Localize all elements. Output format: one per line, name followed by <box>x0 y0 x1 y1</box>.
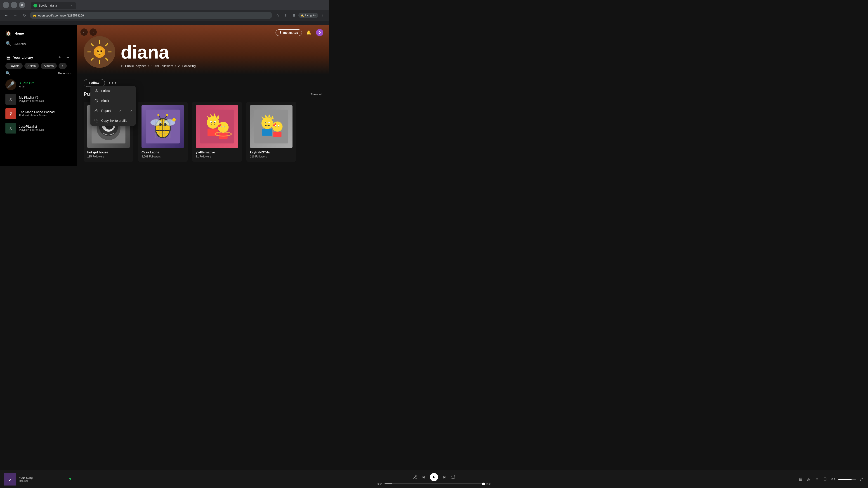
sidebar-nav: 🏠 Home 🔍 Search <box>0 25 77 52</box>
library-item-name: The Marie Forleo Podcast <box>19 110 71 114</box>
svg-point-88 <box>275 126 276 127</box>
install-app-button[interactable]: ⬇ Install App <box>276 29 302 36</box>
playlist-card[interactable]: Casa Latine 3,563 Followers <box>138 102 188 162</box>
library-item[interactable]: ♫ My Playlist #6 Playlist • Lauren Deli <box>3 92 74 106</box>
filter-pills: Playlists Artists Albums > <box>3 63 74 71</box>
address-bar[interactable]: 🔒 open.spotify.com/user/1235578269 <box>30 12 272 19</box>
profile-stats: 12 Public Playlists • 1,959 Followers • … <box>121 64 322 68</box>
library-item-info: Just-PLaylist Playlist • Lauren Deli <box>19 125 71 131</box>
filter-artists-pill[interactable]: Artists <box>24 63 39 69</box>
report-icon <box>94 108 98 113</box>
playlist-card[interactable]: kaytraNOTda 116 Followers <box>246 102 296 162</box>
svg-point-79 <box>265 123 266 123</box>
browser-chrome: ─ □ ✕ Spotify – diana ✕ + ← → ↻ 🔒 open.s… <box>0 0 329 25</box>
sidebar-item-home[interactable]: 🏠 Home <box>3 29 74 38</box>
sidebar-library: ▤ Your Library + → Playlists Artists Alb… <box>0 52 77 166</box>
browser-toolbar: ← → ↻ 🔒 open.spotify.com/user/1235578269… <box>0 10 329 21</box>
context-menu-copy-link[interactable]: Copy link to profile <box>90 116 135 126</box>
search-icon: 🔍 <box>5 41 11 46</box>
library-header: ▤ Your Library + → <box>3 52 74 63</box>
library-item[interactable]: ♫ Just-PLaylist Playlist • Lauren Deli <box>3 121 74 135</box>
stats-separator-1: • <box>148 64 149 68</box>
sidebar: 🏠 Home 🔍 Search ▤ Your Library + → P <box>0 25 77 166</box>
playlist-card[interactable]: y'allternative 11 Followers <box>192 102 242 162</box>
close-window-button[interactable]: ✕ <box>19 2 25 8</box>
stats-separator-2: • <box>175 64 176 68</box>
top-bar: ⬇ Install App 🔔 D <box>276 29 324 37</box>
context-menu: Follow Block <box>90 86 135 126</box>
maximize-button[interactable]: □ <box>11 2 17 8</box>
svg-point-82 <box>272 121 283 131</box>
playlist-thumbnail <box>142 105 184 148</box>
library-item-name: My Playlist #6 <box>19 96 71 99</box>
recents-sort[interactable]: Recents ≡ <box>58 72 71 75</box>
library-icon: ▤ <box>5 55 11 60</box>
following-stat: 20 Following <box>178 64 196 68</box>
show-all-button[interactable]: Show all <box>310 93 322 96</box>
library-item-info: My Playlist #6 Playlist • Lauren Deli <box>19 96 71 103</box>
library-item-name: ✦ Rita Ora <box>19 81 71 85</box>
user-menu-button[interactable]: D <box>315 29 324 37</box>
playlist-thumbnail <box>250 105 292 148</box>
follow-button[interactable]: Follow <box>84 79 105 87</box>
incognito-label: Incognito <box>305 14 316 17</box>
incognito-icon: 🕵 <box>301 14 304 17</box>
split-screen-button[interactable]: ⊞ <box>290 12 298 19</box>
download-button[interactable]: ⬇ <box>282 12 289 19</box>
tab-close-button[interactable]: ✕ <box>69 4 73 8</box>
library-add-button[interactable]: + <box>56 54 63 61</box>
recents-label: Recents <box>58 72 69 75</box>
playlist-icon: ♫ <box>9 96 13 102</box>
library-expand-button[interactable]: → <box>64 54 71 61</box>
sidebar-item-search[interactable]: 🔍 Search <box>3 39 74 48</box>
copy-link-icon <box>94 119 98 123</box>
followers-stat: 1,959 Followers <box>151 64 174 68</box>
library-title-area[interactable]: ▤ Your Library <box>5 55 54 60</box>
svg-point-89 <box>278 126 279 127</box>
context-menu-follow[interactable]: Follow <box>90 86 135 96</box>
filter-more-pill[interactable]: > <box>59 63 67 69</box>
svg-point-12 <box>98 51 99 52</box>
library-search-icon: 🔍 <box>5 71 10 76</box>
filter-albums-pill[interactable]: Albums <box>41 63 57 69</box>
svg-point-14 <box>95 52 97 54</box>
bookmark-button[interactable]: ☆ <box>274 12 281 19</box>
library-item-thumb: 🎙 <box>5 108 16 119</box>
svg-rect-21 <box>96 120 98 122</box>
header-forward-button[interactable]: → <box>90 29 97 36</box>
svg-point-64 <box>219 124 221 126</box>
notifications-button[interactable]: 🔔 <box>305 29 313 37</box>
back-button[interactable]: ← <box>3 12 10 19</box>
svg-line-18 <box>95 100 97 102</box>
library-item[interactable]: 🎤 ✦ Rita Ora Artist <box>3 77 74 92</box>
new-tab-button[interactable]: + <box>76 3 82 9</box>
home-label: Home <box>14 31 24 35</box>
header-nav-buttons: ← → <box>81 29 97 36</box>
toolbar-actions: ☆ ⬇ ⊞ 🕵 Incognito ⋮ <box>274 12 327 19</box>
context-report-label: Report <box>101 109 111 112</box>
context-menu-report[interactable]: Report ↗ <box>90 106 135 116</box>
active-tab[interactable]: Spotify – diana ✕ <box>31 2 76 9</box>
playlist-thumb-image <box>254 109 288 143</box>
search-label: Search <box>14 42 26 46</box>
context-block-label: Block <box>101 99 109 103</box>
context-menu-block[interactable]: Block <box>90 96 135 106</box>
playlist-name: y'allternative <box>196 151 238 154</box>
minimize-button[interactable]: ─ <box>3 2 9 8</box>
more-options-button[interactable]: • • • <box>108 80 116 86</box>
forward-button[interactable]: → <box>12 12 19 19</box>
svg-point-80 <box>269 123 270 123</box>
more-button[interactable]: ⋮ <box>319 12 327 19</box>
filter-playlists-pill[interactable]: Playlists <box>5 63 23 69</box>
header-back-button[interactable]: ← <box>81 29 88 36</box>
library-item[interactable]: 🎙 The Marie Forleo Podcast Podcast • Mar… <box>3 106 74 121</box>
library-item-meta: Artist <box>19 85 71 88</box>
svg-point-62 <box>218 122 228 133</box>
playlist-name: kaytraNOTda <box>250 151 292 154</box>
block-icon <box>94 98 98 103</box>
svg-point-15 <box>101 52 104 54</box>
reload-button[interactable]: ↻ <box>21 12 28 19</box>
artist-avatar-icon: 🎤 <box>7 81 15 89</box>
svg-point-38 <box>164 123 166 126</box>
svg-point-84 <box>274 123 276 125</box>
